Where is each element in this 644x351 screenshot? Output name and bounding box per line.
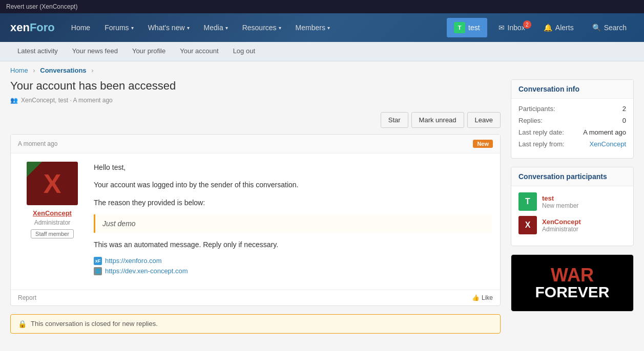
breadcrumb: Home › Conversations › — [0, 61, 644, 79]
participants-value: 2 — [622, 105, 626, 113]
user-menu-button[interactable]: T test — [447, 18, 487, 37]
page-container: Your account has been accessed 👥 XenConc… — [0, 79, 644, 344]
closed-notice: 🔒 This conversation is closed for new re… — [10, 314, 501, 334]
alerts-button[interactable]: 🔔 Alerts — [536, 19, 581, 36]
last-reply-date-value: A moment ago — [583, 128, 626, 136]
main-nav: Home Forums ▾ What's new ▾ Media ▾ Resou… — [65, 15, 447, 40]
subnav-profile[interactable]: Your profile — [125, 42, 173, 61]
chevron-down-icon: ▾ — [327, 25, 330, 31]
globe-icon: 🌐 — [94, 267, 102, 275]
inbox-badge: 2 — [523, 20, 531, 29]
nav-members[interactable]: Members ▾ — [289, 15, 336, 40]
message-content: Hello test, Your account was logged into… — [94, 162, 492, 281]
action-bar: Star Mark unread Leave — [10, 112, 501, 128]
message-timestamp: A moment ago — [18, 140, 57, 147]
subnav-account[interactable]: Your account — [173, 42, 225, 61]
info-row-replies: Replies: 0 — [518, 117, 626, 124]
breadcrumb-home[interactable]: Home — [10, 67, 28, 74]
replies-value: 0 — [622, 117, 626, 124]
participant-name-xenconcept[interactable]: XenConcept — [542, 218, 581, 226]
new-badge: New — [473, 140, 493, 148]
search-icon: 🔍 — [592, 24, 601, 32]
sub-nav: Latest activity Your news feed Your prof… — [0, 42, 644, 61]
war-banner[interactable]: WAR FOREVER — [511, 255, 633, 311]
message-line4: This was an automated message. Reply onl… — [94, 239, 492, 250]
last-reply-from-label: Last reply from: — [518, 140, 565, 148]
star-button[interactable]: Star — [381, 112, 408, 128]
nav-whats-new[interactable]: What's new ▾ — [142, 15, 196, 40]
conversation-participants-body: T test New member X XenConcept Administr… — [511, 186, 633, 246]
chevron-down-icon: ▾ — [131, 25, 134, 31]
chevron-down-icon: ▾ — [225, 25, 228, 31]
lock-icon: 🔒 — [18, 320, 27, 328]
nav-forums[interactable]: Forums ▾ — [98, 15, 139, 40]
author-username[interactable]: XenConcept — [19, 209, 86, 217]
conversation-info-body: Participants: 2 Replies: 0 Last reply da… — [511, 99, 633, 158]
breadcrumb-sep2: › — [91, 67, 93, 74]
war-text: WAR FOREVER — [535, 266, 609, 300]
conversation-participants-card: Conversation participants T test New mem… — [511, 167, 634, 246]
header: xenForo Home Forums ▾ What's new ▾ Media… — [0, 13, 644, 42]
report-link[interactable]: Report — [18, 294, 36, 301]
avatar-corner — [27, 162, 42, 177]
thumbs-up-icon: 👍 — [472, 294, 480, 301]
message-line1: Hello test, — [94, 162, 492, 173]
conversation-info-title: Conversation info — [511, 80, 633, 99]
link1[interactable]: xF https://xenforo.com — [94, 257, 492, 265]
leave-button[interactable]: Leave — [467, 112, 501, 128]
subnav-news-feed[interactable]: Your news feed — [65, 42, 125, 61]
info-row-last-reply-date: Last reply date: A moment ago — [518, 128, 626, 136]
logo[interactable]: xenForo — [10, 21, 55, 34]
avatar-col: X XenConcept Administrator Staff member — [19, 162, 86, 281]
breadcrumb-sep: › — [33, 67, 35, 74]
avatar: T — [454, 22, 465, 33]
users-icon: 👥 — [10, 97, 18, 104]
participant-info-xenconcept: XenConcept Administrator — [542, 218, 581, 233]
chevron-down-icon: ▾ — [187, 25, 190, 31]
author-role: Administrator — [19, 219, 86, 226]
breadcrumb-conversations[interactable]: Conversations — [40, 67, 86, 74]
message-body: X XenConcept Administrator Staff member … — [11, 153, 500, 290]
chevron-down-icon: ▾ — [279, 25, 281, 31]
participant-info-test: test New member — [542, 194, 578, 209]
last-reply-from-value[interactable]: XenConcept — [589, 140, 626, 148]
participant-name-test[interactable]: test — [542, 194, 578, 202]
nav-resources[interactable]: Resources ▾ — [236, 15, 287, 40]
nav-media[interactable]: Media ▾ — [198, 15, 234, 40]
participant-item-test: T test New member — [518, 192, 626, 211]
bell-icon: 🔔 — [544, 24, 552, 32]
info-row-participants: Participants: 2 — [518, 105, 626, 113]
message-footer: Report 👍 Like — [11, 290, 500, 305]
sidebar: Conversation info Participants: 2 Replie… — [511, 79, 634, 334]
participant-role-xenconcept: Administrator — [542, 226, 581, 233]
info-row-last-reply-from: Last reply from: XenConcept — [518, 140, 626, 148]
participant-item-xenconcept: X XenConcept Administrator — [518, 216, 626, 234]
admin-bar: Revert user (XenConcept) — [0, 0, 644, 13]
link2[interactable]: 🌐 https://dev.xen-concept.com — [94, 267, 492, 275]
main-content: Your account has been accessed 👥 XenConc… — [10, 79, 501, 334]
replies-label: Replies: — [518, 117, 543, 124]
subnav-latest-activity[interactable]: Latest activity — [10, 42, 65, 61]
like-button[interactable]: 👍 Like — [472, 294, 493, 301]
conversation-info-card: Conversation info Participants: 2 Replie… — [511, 79, 634, 159]
search-button[interactable]: 🔍 Search — [585, 19, 634, 36]
subnav-logout[interactable]: Log out — [226, 42, 262, 61]
inbox-button[interactable]: ✉ Inbox 2 — [491, 19, 532, 36]
nav-home[interactable]: Home — [65, 15, 96, 40]
links-section: xF https://xenforo.com 🌐 https://dev.xen… — [94, 257, 492, 275]
participant-avatar-xenconcept: X — [518, 216, 537, 234]
quote-block: Just demo — [94, 214, 492, 233]
message-block: A moment ago New X XenConcept Administra… — [10, 134, 501, 306]
participant-avatar-test: T — [518, 192, 537, 211]
war-banner-card: WAR FOREVER — [511, 254, 634, 312]
participant-role-test: New member — [542, 202, 578, 209]
page-title: Your account has been accessed — [10, 79, 501, 93]
message-line2: Your account was logged into by the send… — [94, 179, 492, 190]
mark-unread-button[interactable]: Mark unread — [411, 112, 464, 128]
last-reply-date-label: Last reply date: — [518, 128, 564, 136]
admin-bar-text: Revert user (XenConcept) — [6, 3, 77, 10]
page-title-area: Your account has been accessed 👥 XenConc… — [10, 79, 501, 104]
staff-badge: Staff member — [31, 229, 74, 238]
xenforo-link-icon: xF — [94, 257, 102, 265]
inbox-icon: ✉ — [498, 24, 505, 32]
